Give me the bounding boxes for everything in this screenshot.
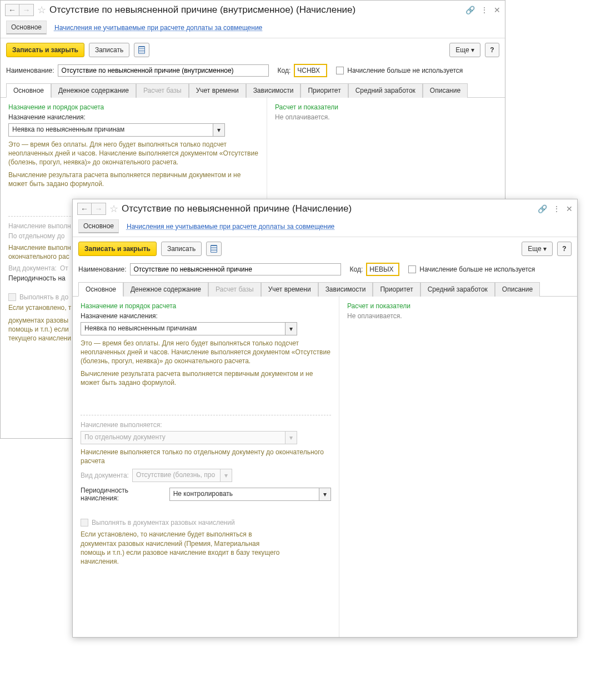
tab-desc[interactable]: Описание [495, 282, 540, 297]
chevron-down-icon[interactable]: ▾ [285, 322, 297, 335]
favorite-icon[interactable]: ☆ [109, 203, 118, 215]
tab-deps[interactable]: Зависимости [246, 83, 301, 98]
window-front: ← → ☆ Отсутствие по невыясненной причине… [72, 199, 578, 638]
tab-content: Назначение и порядок расчета Назначение … [73, 297, 577, 637]
purpose-hint1: Это — время без оплаты. Для него будет в… [8, 140, 259, 167]
section-purpose: Назначение и порядок расчета [81, 302, 331, 310]
titlebar: ← → ☆ Отсутствие по невыясненной причине… [73, 199, 577, 217]
doctype-label: Вид документа: [81, 472, 129, 479]
more-vert-icon[interactable]: ⋮ [553, 204, 560, 213]
chevron-down-icon[interactable]: ▾ [319, 488, 331, 501]
doctype-value: От [60, 264, 68, 272]
period-value: Не контролировать [169, 488, 319, 501]
help-button[interactable]: ? [557, 242, 572, 256]
favorite-icon[interactable]: ☆ [37, 4, 46, 16]
link-icon[interactable]: 🔗 [465, 6, 475, 14]
tab-time[interactable]: Учет времени [189, 83, 246, 98]
save-button[interactable]: Записать [89, 43, 129, 57]
tab-money[interactable]: Денежное содержание [123, 282, 208, 297]
close-icon[interactable]: ✕ [494, 6, 500, 14]
more-button[interactable]: Еще ▾ [522, 242, 553, 256]
period-label: Периодичность начисления: [81, 487, 166, 502]
tab-priority[interactable]: Приоритет [301, 83, 348, 98]
calc-text: Не оплачивается. [275, 113, 497, 121]
exec-select: По отдельному документу ▾ [81, 431, 297, 444]
nav-back-button[interactable]: ← [5, 4, 19, 16]
exec-hint: Начисление выполняется только по отдельн… [81, 448, 331, 465]
save-button[interactable]: Записать [161, 242, 202, 256]
period-label: Периодичность на [8, 274, 66, 282]
code-input[interactable]: НЕВЫХ [366, 263, 399, 276]
more-vert-icon[interactable]: ⋮ [480, 6, 488, 14]
window-title: Отсутствие по невыясненной причине (Начи… [122, 203, 538, 214]
nav-links: Основное Начисления не учитываемые при р… [1, 18, 505, 38]
tab-avg[interactable]: Средний заработок [420, 282, 495, 297]
help-button[interactable]: ? [485, 43, 499, 57]
doctype-label: Вид документа: [8, 264, 57, 272]
razov-checkbox [8, 293, 16, 301]
tab-main[interactable]: Основное [78, 282, 123, 297]
tab-base[interactable]: Расчет базы [136, 83, 189, 98]
tabs: Основное Денежное содержание Расчет базы… [73, 282, 577, 297]
razov-hint: Если установлено, то начисление будет вы… [81, 530, 281, 566]
purpose-label: Назначение начисления: [81, 312, 331, 320]
not-used-checkbox[interactable] [336, 67, 344, 74]
chevron-down-icon[interactable]: ▾ [213, 123, 225, 137]
calc-text: Не оплачивается. [347, 312, 569, 320]
save-close-button[interactable]: Записать и закрыть [78, 242, 157, 256]
code-label: Код: [278, 67, 291, 74]
nav-forward-button[interactable]: → [92, 203, 106, 215]
tab-avg[interactable]: Средний заработок [348, 83, 423, 98]
list-icon [211, 245, 217, 253]
left-column: Назначение и порядок расчета Назначение … [73, 297, 339, 637]
tab-time[interactable]: Учет времени [261, 282, 318, 297]
titlebar: ← → ☆ Отсутствие по невыясненной причине… [1, 1, 505, 18]
header-form: Наименование: Код: ЧСНВХ Начисление боль… [1, 62, 505, 82]
window-title: Отсутствие по невыясненной причине (внут… [49, 4, 465, 16]
right-column: Расчет и показатели Не оплачивается. [339, 297, 577, 637]
nav-forward-button[interactable]: → [19, 4, 34, 16]
not-used-label: Начисление больше не используется [347, 67, 463, 74]
close-icon[interactable]: ✕ [566, 204, 573, 213]
nav-back-button[interactable]: ← [77, 203, 92, 215]
exec-label: Начисление выполняется: [81, 421, 331, 429]
tab-desc[interactable]: Описание [423, 83, 468, 98]
purpose-select[interactable]: Неявка по невыясненным причинам ▾ [81, 322, 297, 335]
name-label: Наименование: [78, 265, 127, 273]
tab-main[interactable]: Основное [6, 83, 51, 98]
divider [81, 415, 331, 415]
navlink-secondary[interactable]: Начисления не учитываемые при расчете до… [54, 24, 262, 32]
navlink-secondary[interactable]: Начисления не учитываемые при расчете до… [127, 223, 334, 230]
list-button[interactable] [206, 242, 222, 256]
toolbar: Записать и закрыть Записать Еще ▾ ? [73, 237, 577, 260]
link-icon[interactable]: 🔗 [538, 204, 547, 213]
header-form: Наименование: Код: НЕВЫХ Начисление боль… [73, 260, 577, 280]
save-close-button[interactable]: Записать и закрыть [6, 43, 84, 57]
toolbar: Записать и закрыть Записать Еще ▾ ? [1, 38, 505, 62]
chevron-down-icon: ▾ [220, 469, 232, 482]
more-button[interactable]: Еще ▾ [449, 43, 480, 57]
not-used-checkbox[interactable] [408, 265, 416, 273]
tab-money[interactable]: Денежное содержание [51, 83, 136, 98]
purpose-hint1b: Вычисление результата расчета выполняетс… [8, 171, 259, 188]
purpose-label: Назначение начисления: [8, 113, 259, 121]
navlink-main[interactable]: Основное [78, 219, 119, 233]
section-calc: Расчет и показатели [275, 103, 497, 111]
purpose-value: Неявка по невыясненным причинам [81, 322, 285, 335]
nav-links: Основное Начисления не учитываемые при р… [73, 217, 577, 237]
name-label: Наименование: [6, 67, 54, 74]
purpose-hint1b: Вычисление результата расчета выполняетс… [81, 369, 331, 387]
purpose-select[interactable]: Неявка по невыясненным причинам ▾ [8, 123, 225, 137]
doctype-select: Отсутствие (болезнь, про ▾ [132, 469, 232, 482]
list-button[interactable] [134, 43, 149, 57]
tab-priority[interactable]: Приоритет [373, 282, 420, 297]
code-input[interactable]: ЧСНВХ [294, 64, 327, 77]
name-input[interactable] [130, 263, 341, 275]
tab-deps[interactable]: Зависимости [318, 282, 373, 297]
tab-base[interactable]: Расчет базы [208, 282, 261, 297]
period-select[interactable]: Не контролировать ▾ [169, 488, 331, 501]
navlink-main[interactable]: Основное [6, 21, 47, 34]
purpose-hint1: Это — время без оплаты. Для него будет в… [81, 339, 331, 366]
name-input[interactable] [58, 64, 269, 77]
list-icon [138, 46, 145, 54]
